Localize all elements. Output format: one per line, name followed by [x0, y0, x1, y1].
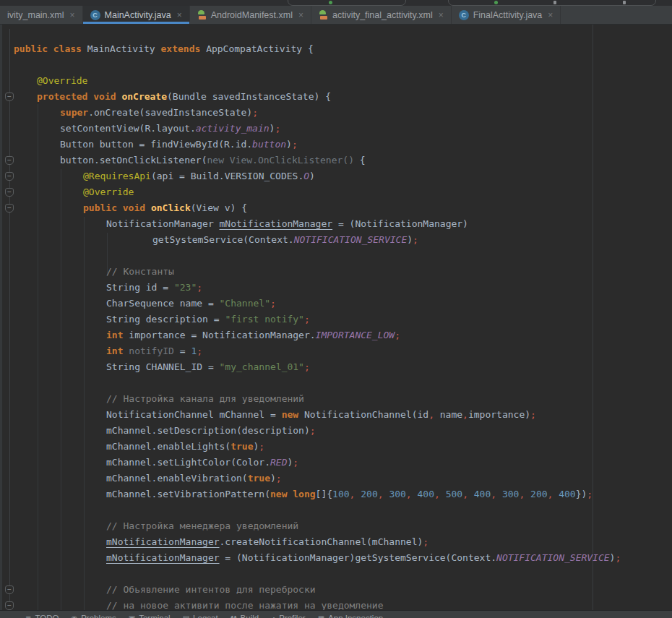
code-line-24[interactable]: mChannel.setDescription(description);: [0, 423, 672, 439]
code-line-21[interactable]: [0, 375, 672, 391]
code-area: public class MainActivity extends AppCom…: [0, 41, 672, 610]
code-line-2[interactable]: @Override: [0, 73, 672, 89]
code-line-29[interactable]: [0, 502, 672, 518]
tool-window-button-label: Terminal: [139, 614, 170, 618]
code-token: ;: [197, 282, 202, 293]
tool-window-button-todo[interactable]: ≣TODO: [25, 614, 59, 618]
code-token: "23": [174, 282, 197, 293]
tab-ivity-main-xml[interactable]: ivity_main.xml×: [0, 6, 83, 24]
toolbar-mark: [623, 1, 626, 4]
code-line-22[interactable]: // Настройка канала для уведомлений: [0, 391, 672, 407]
code-line-13[interactable]: [0, 248, 672, 264]
code-line-28[interactable]: mChannel.setVibrationPattern(new long[]{…: [0, 486, 672, 502]
code-line-18[interactable]: int importance = NotificationManager.IMP…: [0, 327, 672, 343]
code-token: ,: [434, 489, 446, 499]
editor-tab-bar: ivity_main.xml×CMainActivity.java×Androi…: [0, 6, 672, 25]
fold-collapse-icon[interactable]: −: [5, 93, 14, 101]
code-token: MainActivity: [87, 43, 161, 54]
code-token: @Override: [37, 75, 87, 86]
code-line-23[interactable]: NotificationChannel mChannel = new Notif…: [0, 407, 672, 423]
code-line-12[interactable]: getSystemService(Context.NOTIFICATION_SE…: [0, 232, 672, 248]
code-line-31[interactable]: mNotificationManager.createNotificationC…: [0, 534, 672, 550]
java-class-icon: C: [90, 10, 100, 20]
close-tab-icon[interactable]: ×: [298, 10, 303, 20]
code-line-10[interactable]: public void onClick(View v) {: [0, 200, 672, 216]
layout-file-icon: [319, 10, 328, 20]
tab-label: MainActivity.java: [105, 10, 171, 20]
manifest-file-icon: [197, 10, 207, 20]
code-line-27[interactable]: mChannel.enableVibration(true);: [0, 471, 672, 486]
close-tab-icon[interactable]: ×: [439, 10, 444, 20]
code-token: ;: [252, 107, 258, 118]
code-token: new: [282, 409, 304, 420]
code-line-4[interactable]: super.onCreate(savedInstanceState);: [0, 105, 672, 121]
fold-collapse-icon[interactable]: −: [5, 188, 14, 197]
code-line-9[interactable]: @Override: [0, 184, 672, 200]
code-token: public class: [14, 43, 87, 54]
code-line-30[interactable]: // Настройка менеджера уведомлений: [0, 518, 672, 534]
code-line-6[interactable]: Button button = findViewById(R.id.button…: [0, 137, 672, 153]
code-line-15[interactable]: String id = "23";: [0, 280, 672, 296]
problems-icon: ◉: [71, 614, 77, 618]
close-tab-icon[interactable]: ×: [548, 10, 553, 20]
code-token: 300: [502, 489, 519, 499]
code-token: CharSequence name =: [106, 298, 220, 309]
tool-window-button-logcat[interactable]: ▤Logcat: [183, 614, 218, 618]
code-line-25[interactable]: mChannel.enableLights(true);: [0, 439, 672, 455]
code-line-11[interactable]: NotificationManager mNotificationManager…: [0, 216, 672, 232]
code-line-8[interactable]: @RequiresApi(api = Build.VERSION_CODES.O…: [0, 168, 672, 184]
code-token: ): [286, 139, 292, 150]
code-line-19[interactable]: int notifyID = 1;: [0, 343, 672, 359]
fold-collapse-icon[interactable]: −: [5, 585, 14, 594]
code-line-5[interactable]: setContentView(R.layout.activity_main);: [0, 121, 672, 137]
code-line-16[interactable]: CharSequence name = "Channel";: [0, 296, 672, 312]
tool-window-button-terminal[interactable]: ▣Terminal: [129, 614, 171, 618]
code-token: ;: [275, 123, 280, 134]
code-token: = (NotificationManager): [332, 218, 468, 229]
code-line-17[interactable]: String description = "first notify";: [0, 312, 672, 327]
tab-label: ivity_main.xml: [7, 10, 64, 20]
code-token: ): [270, 473, 276, 484]
code-token: mChannel.enableLights(: [106, 441, 231, 452]
close-tab-icon[interactable]: ×: [177, 10, 182, 20]
code-line-20[interactable]: String CHANNEL_ID = "my_channel_01";: [0, 359, 672, 375]
code-token: extends: [161, 43, 207, 54]
fold-collapse-icon[interactable]: −: [5, 204, 14, 213]
tab-finalacttivity-java[interactable]: CFinalActtivity.java×: [452, 6, 561, 24]
tab-mainactivity-java[interactable]: CMainActivity.java×: [83, 6, 190, 24]
code-editor[interactable]: public class MainActivity extends AppCom…: [0, 25, 672, 610]
code-line-0[interactable]: public class MainActivity extends AppCom…: [0, 41, 672, 57]
code-line-26[interactable]: mChannel.setLightColor(Color.RED);: [0, 455, 672, 471]
code-token: importance): [468, 409, 530, 420]
tool-window-button-build[interactable]: ⚒Build: [231, 614, 259, 618]
fold-collapse-icon[interactable]: −: [5, 601, 14, 610]
close-tab-icon[interactable]: ×: [70, 10, 75, 20]
code-line-14[interactable]: // Константы: [0, 264, 672, 280]
code-line-1[interactable]: [0, 57, 672, 73]
code-token: onClick: [151, 202, 191, 213]
tool-window-button-app-inspection[interactable]: ▦App Inspection: [318, 614, 384, 618]
tab-activity-final-acttivity-xml[interactable]: activity_final_acttivity.xml×: [311, 6, 452, 24]
code-token: name: [434, 409, 462, 420]
code-line-32[interactable]: mNotificationManager = (NotificationMana…: [0, 550, 672, 566]
code-token: mChannel.setVibrationPattern(: [106, 489, 270, 499]
code-token: button: [252, 139, 286, 150]
tab-label: activity_final_acttivity.xml: [332, 10, 433, 20]
code-line-35[interactable]: // на новое активити после нажатия на ув…: [0, 598, 672, 610]
code-line-3[interactable]: protected void onCreate(Bundle savedInst…: [0, 89, 672, 105]
fold-collapse-icon[interactable]: −: [5, 172, 14, 181]
code-line-33[interactable]: [0, 566, 672, 582]
code-line-7[interactable]: button.setOnClickListener(new View.OnCli…: [0, 153, 672, 168]
code-token: // Настройка менеджера уведомлений: [106, 520, 298, 531]
code-token: protected void: [37, 91, 121, 102]
tool-window-button-problems[interactable]: ◉Problems: [71, 614, 116, 618]
tab-androidmanifest-xml[interactable]: AndroidManifest.xml×: [190, 6, 311, 24]
code-token: "first notify": [225, 314, 304, 325]
tool-window-button-profiler[interactable]: ◔Profiler: [271, 614, 305, 618]
code-line-34[interactable]: // Обьявление интентов для переброски: [0, 582, 672, 598]
fold-collapse-icon[interactable]: −: [5, 156, 14, 165]
code-token: ;: [310, 425, 316, 436]
code-token: new long: [270, 489, 316, 499]
code-token: setContentView(R.layout.: [60, 123, 196, 134]
code-token: IMPORTANCE_LOW: [316, 330, 395, 340]
